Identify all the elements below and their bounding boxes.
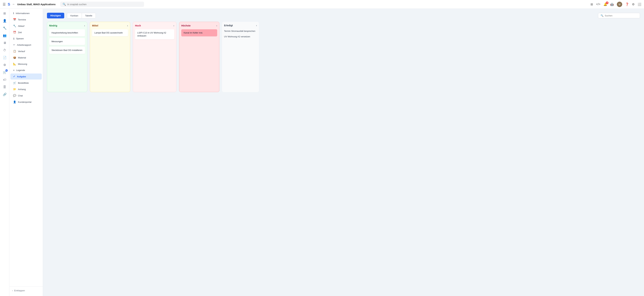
collapse-niedrig-button[interactable]: ‹: [84, 24, 85, 27]
nav-item-legende[interactable]: ≡ Legende: [10, 67, 42, 73]
column-mittel: Mittel ‹ Lampe Bad OG auswechseln: [90, 22, 130, 92]
cart-badge: 25: [5, 69, 8, 72]
nav-item-spesen[interactable]: $ Spesen: [10, 36, 42, 41]
nav-label-spesen: Spesen: [16, 37, 24, 40]
column-hoechste: Höchste ‹ Kanal im Keller inst.: [179, 22, 219, 92]
nav-label-termine: Termine: [18, 18, 26, 21]
content-area: Hinzügen Kanban Tabelle 🔍 Niedrig ‹ Haup…: [43, 9, 644, 296]
sidebar-icon-share[interactable]: 🔗: [1, 91, 8, 98]
history-icon: 📋: [13, 50, 16, 53]
sidebar-icon-cart[interactable]: 🛒 25: [1, 69, 8, 76]
nav-item-informationen[interactable]: ℹ Informationen: [10, 10, 42, 16]
list-icon: ≡: [13, 69, 14, 72]
search-bar[interactable]: 🔍: [60, 2, 144, 7]
sidebar-icon-person[interactable]: 👤: [1, 17, 8, 24]
avatar[interactable]: U: [617, 2, 622, 7]
expand-icon[interactable]: ⬜: [638, 2, 641, 6]
nav-item-messung[interactable]: 📐 Messung: [10, 61, 42, 67]
nav-item-ablauf[interactable]: 🔧 Ablauf: [10, 23, 42, 29]
measure-icon: 📐: [13, 62, 16, 65]
sidebar-icon-tag[interactable]: 🏷: [1, 76, 8, 83]
topbar: ☰ S ← Umbau Stall, WAIO Applications 🔍 ⊞…: [0, 0, 644, 9]
nav-item-bestellliste[interactable]: 🛒 Bestellliste: [10, 80, 42, 86]
column-header-erledigt: Erledigt ‹: [224, 24, 257, 27]
sidebar-icon-file[interactable]: 📄: [1, 54, 8, 61]
order-icon: 🛒: [13, 81, 16, 84]
collapse-button[interactable]: ‹ Einklappen: [10, 288, 43, 293]
notification-icon[interactable]: 🔔: [604, 2, 607, 6]
board-search-input[interactable]: [605, 14, 638, 17]
card-steckdosen[interactable]: Steckdosen Bad OG installieren: [49, 47, 85, 54]
column-header-niedrig: Niedrig ‹: [49, 24, 85, 27]
code-icon[interactable]: </>: [596, 2, 600, 6]
collapse-hoechste-button[interactable]: ‹: [216, 24, 217, 27]
check-icon: ✓: [13, 75, 15, 78]
scissors-icon: ✂: [13, 43, 15, 46]
card-lsfi[interactable]: LS/FI C13 in UV Wohnung A2 einbauen: [135, 29, 174, 39]
tabelle-view-button[interactable]: Tabelle: [82, 13, 96, 18]
collapse-erledigt-button[interactable]: ‹: [256, 24, 257, 27]
nav-label-material: Material: [18, 56, 26, 59]
nav-label-bestellliste: Bestellliste: [18, 82, 29, 84]
bot-icon[interactable]: 🤖: [610, 2, 614, 6]
nav-item-termine[interactable]: 📅 Termine: [10, 16, 42, 23]
icon-sidebar: ⊞ 👤 🔧 👥 🖥 ⏱ 📄 ⚙ 🛒 25 🏷 🗄 🔗: [0, 9, 10, 296]
time-icon: ⏰: [13, 31, 16, 34]
back-button[interactable]: ←: [12, 2, 15, 6]
sidebar-icon-group[interactable]: 👥: [1, 32, 8, 39]
column-title-mittel: Mittel: [92, 24, 98, 27]
nav-item-aufgabe[interactable]: ✓ Aufgabe: [10, 73, 42, 80]
folder-icon: 📁: [13, 88, 16, 91]
erledigt-item-1[interactable]: Termin Stromausfall besprechen: [224, 29, 257, 33]
sidebar-icon-clock[interactable]: ⏱: [1, 47, 8, 54]
collapse-hoch-button[interactable]: ‹: [174, 24, 174, 27]
card-kanal[interactable]: Kanal im Keller inst.: [181, 29, 217, 36]
info-icon: ℹ: [13, 12, 14, 15]
page-title: Umbau Stall, WAIO Applications: [17, 3, 56, 6]
search-input[interactable]: [67, 3, 142, 6]
nav-label-zeit: Zeit: [18, 31, 22, 34]
menu-icon[interactable]: ☰: [3, 2, 6, 6]
wrench-icon: 🔧: [13, 24, 16, 27]
nav-item-kundenportal[interactable]: 👤 Kundenportal: [10, 99, 42, 105]
collapse-mittel-button[interactable]: ‹: [127, 24, 128, 27]
sidebar-icon-archive[interactable]: 🗄: [1, 84, 8, 90]
filter-icon[interactable]: ⊞: [590, 2, 593, 6]
column-niedrig: Niedrig ‹ Hauptverteilung beschriften Me…: [47, 22, 87, 92]
nav-item-verlauf[interactable]: 📋 Verlauf: [10, 48, 42, 54]
column-header-mittel: Mittel ‹: [92, 24, 128, 27]
sidebar-icon-monitor[interactable]: 🖥: [1, 39, 8, 46]
nav-item-chat[interactable]: 💬 Chat: [10, 93, 42, 99]
card-hauptverteilung[interactable]: Hauptverteilung beschriften: [49, 29, 85, 36]
nav-item-material[interactable]: 📦 Material: [10, 55, 42, 61]
chat-icon: 💬: [13, 94, 16, 97]
board-search-bar[interactable]: 🔍: [598, 13, 640, 18]
topbar-icons: ⊞ </> 🔔 🤖 U ❓ ⚙ ⬜: [590, 2, 641, 7]
calendar-icon: 📅: [13, 18, 16, 21]
sidebar-icon-tools[interactable]: 🔧: [1, 25, 8, 31]
nav-item-anhang[interactable]: 📁 Anhang: [10, 86, 42, 92]
nav-item-arbeitsrapport[interactable]: ✂ Arbeitsrapport: [10, 42, 42, 48]
logo[interactable]: S: [8, 2, 10, 6]
card-lampe[interactable]: Lampe Bad OG auswechseln: [92, 29, 128, 36]
settings-icon[interactable]: ⚙: [632, 2, 634, 6]
card-messungen[interactable]: Messungen: [49, 38, 85, 45]
column-title-hoch: Hoch: [135, 24, 141, 27]
erledigt-item-2[interactable]: UV Wohnung A2 versetzen: [224, 35, 257, 38]
column-header-hoch: Hoch ‹: [135, 24, 174, 27]
search-icon: 🔍: [600, 14, 604, 17]
nav-label-legende: Legende: [16, 69, 25, 71]
nav-label-aufgabe: Aufgabe: [17, 75, 26, 78]
nav-label-messung: Messung: [18, 63, 27, 65]
nav-item-zeit[interactable]: ⏰ Zeit: [10, 29, 42, 35]
main-layout: ⊞ 👤 🔧 👥 🖥 ⏱ 📄 ⚙ 🛒 25 🏷 🗄 🔗 ℹ Information…: [0, 9, 644, 296]
add-button[interactable]: Hinzügen: [47, 13, 64, 18]
sidebar-icon-settings[interactable]: ⚙: [1, 62, 8, 68]
view-toggle: Kanban Tabelle: [67, 13, 96, 18]
column-title-niedrig: Niedrig: [49, 24, 57, 27]
toolbar: Hinzügen Kanban Tabelle 🔍: [47, 13, 640, 18]
kanban-view-button[interactable]: Kanban: [67, 13, 82, 18]
sidebar-icon-grid[interactable]: ⊞: [1, 10, 8, 17]
box-icon: 📦: [13, 56, 16, 59]
help-icon[interactable]: ❓: [625, 2, 629, 6]
